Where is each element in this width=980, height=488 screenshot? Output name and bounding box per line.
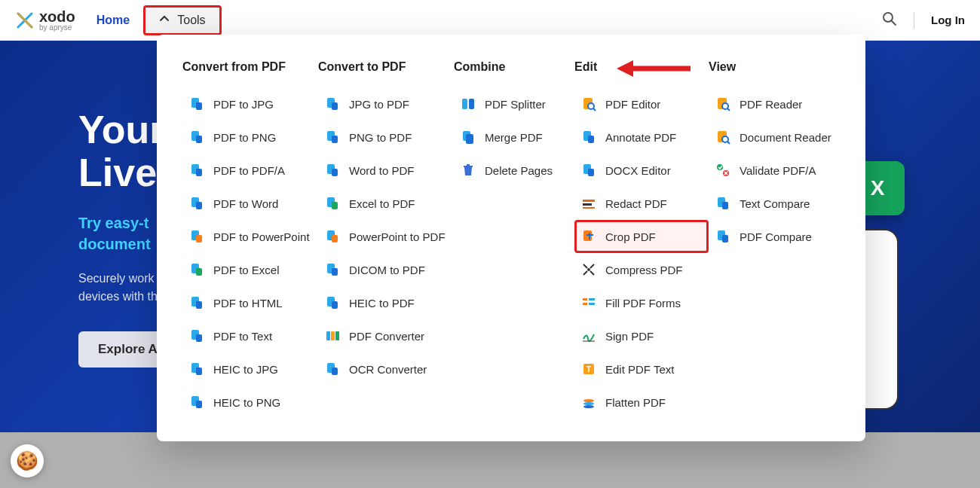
search-orange-icon [715, 96, 730, 111]
flatten-icon [581, 395, 596, 410]
logo-icon [15, 11, 35, 30]
file-blue-icon [325, 262, 340, 277]
svg-point-0 [884, 13, 893, 22]
svg-rect-80 [722, 235, 728, 242]
svg-rect-59 [583, 298, 587, 300]
tool-item-label: DICOM to PDF [349, 264, 425, 276]
tool-item-pdf-to-excel[interactable]: PDF to Excel [182, 253, 318, 286]
divider [914, 12, 914, 29]
tool-item-docx-editor[interactable]: DOCX Editor [574, 154, 709, 187]
tool-item-pdf-reader[interactable]: PDF Reader [709, 87, 843, 120]
svg-rect-62 [589, 303, 595, 305]
nav-tools-button[interactable]: Tools [143, 5, 221, 35]
svg-point-58 [587, 268, 590, 271]
tool-item-word-to-pdf[interactable]: Word to PDF [318, 154, 454, 187]
arrow-callout-icon [617, 57, 692, 83]
tool-item-flatten-pdf[interactable]: Flatten PDF [574, 386, 709, 419]
tool-item-label: Redact PDF [605, 197, 667, 210]
svg-rect-53 [588, 169, 594, 176]
tool-item-pdf-to-powerpoint[interactable]: PDF to PowerPoint [182, 220, 318, 253]
tool-item-png-to-pdf[interactable]: PNG to PDF [318, 120, 454, 154]
tool-item-delete-pages[interactable]: Delete Pages [454, 154, 574, 187]
cookie-settings-button[interactable]: 🍪 [11, 444, 44, 477]
tool-item-pdf-to-word[interactable]: PDF to Word [182, 187, 318, 220]
search-icon[interactable] [882, 11, 897, 29]
svg-rect-51 [588, 136, 594, 143]
tool-item-label: Edit PDF Text [605, 363, 674, 376]
svg-point-67 [583, 402, 594, 405]
tool-item-label: HEIC to PNG [213, 396, 280, 409]
svg-text:T: T [586, 365, 591, 374]
tool-item-heic-to-jpg[interactable]: HEIC to JPG [182, 352, 318, 386]
chevron-up-icon [159, 14, 170, 27]
file-blue-icon [581, 130, 596, 145]
mega-column: EditPDF EditorAnnotate PDFDOCX EditorRed… [574, 60, 709, 419]
tool-item-powerpoint-to-pdf[interactable]: PowerPoint to PDF [318, 220, 454, 253]
svg-rect-9 [196, 202, 202, 209]
logo-tagline: by apryse [39, 24, 75, 32]
tool-item-document-reader[interactable]: Document Reader [709, 120, 843, 154]
svg-point-73 [722, 136, 728, 142]
tool-item-label: PDF Splitter [485, 98, 546, 111]
tool-item-pdf-converter[interactable]: PDF Converter [318, 319, 454, 352]
tool-item-fill-pdf-forms[interactable]: Fill PDF Forms [574, 286, 709, 319]
tool-item-heic-to-pdf[interactable]: HEIC to PDF [318, 286, 454, 319]
tool-item-pdf-splitter[interactable]: PDF Splitter [454, 87, 574, 120]
tool-item-crop-pdf[interactable]: Crop PDF [574, 220, 709, 253]
tool-item-pdf-compare[interactable]: PDF Compare [709, 220, 843, 253]
tool-item-annotate-pdf[interactable]: Annotate PDF [574, 120, 709, 154]
tool-item-ocr-converter[interactable]: OCR Converter [318, 352, 454, 386]
tool-item-pdf-to-png[interactable]: PDF to PNG [182, 120, 318, 154]
svg-rect-37 [331, 331, 335, 340]
merge-icon [461, 130, 476, 145]
tool-item-redact-pdf[interactable]: Redact PDF [574, 187, 709, 220]
tool-item-sign-pdf[interactable]: Sign PDF [574, 319, 709, 352]
svg-rect-21 [196, 401, 202, 408]
svg-rect-5 [196, 136, 202, 143]
tool-item-label: OCR Converter [349, 363, 427, 376]
tool-item-pdf-editor[interactable]: PDF Editor [574, 87, 709, 120]
tool-item-merge-pdf[interactable]: Merge PDF [454, 120, 574, 154]
tool-item-compress-pdf[interactable]: Compress PDF [574, 253, 709, 286]
tool-item-label: Delete Pages [485, 164, 553, 177]
tool-item-heic-to-png[interactable]: HEIC to PNG [182, 386, 318, 419]
tool-item-label: PDF to Text [213, 330, 272, 343]
svg-rect-13 [196, 268, 202, 276]
tool-item-pdf-to-pdf-a[interactable]: PDF to PDF/A [182, 154, 318, 187]
tool-item-label: PDF to PNG [213, 131, 276, 144]
tool-item-label: Validate PDF/A [740, 164, 816, 177]
tool-item-label: Excel to PDF [349, 197, 415, 210]
file-multi-icon [325, 328, 340, 343]
tool-item-label: PDF to Excel [213, 264, 280, 276]
mega-column: CombinePDF SplitterMerge PDFDelete Pages [454, 60, 574, 419]
split-icon [461, 96, 476, 111]
tool-item-text-compare[interactable]: Text Compare [709, 187, 843, 220]
tool-item-pdf-to-jpg[interactable]: PDF to JPG [182, 87, 318, 120]
svg-rect-3 [196, 102, 202, 110]
svg-rect-40 [332, 368, 338, 375]
tool-item-excel-to-pdf[interactable]: Excel to PDF [318, 187, 454, 220]
logo[interactable]: xodo by apryse [15, 9, 75, 32]
svg-line-71 [727, 108, 730, 111]
file-blue-icon [715, 196, 730, 211]
tool-item-jpg-to-pdf[interactable]: JPG to PDF [318, 87, 454, 120]
nav-home[interactable]: Home [96, 14, 130, 27]
login-button[interactable]: Log In [931, 14, 965, 26]
tool-item-label: Merge PDF [485, 131, 543, 144]
tool-item-edit-pdf-text[interactable]: TEdit PDF Text [574, 352, 709, 386]
search-orange-icon [581, 96, 596, 111]
svg-rect-29 [332, 202, 338, 209]
svg-rect-78 [722, 202, 728, 209]
tool-item-pdf-to-text[interactable]: PDF to Text [182, 319, 318, 352]
svg-rect-35 [332, 301, 338, 309]
tool-item-validate-pdf-a[interactable]: Validate PDF/A [709, 154, 843, 187]
file-orange-icon [325, 229, 340, 244]
tool-item-dicom-to-pdf[interactable]: DICOM to PDF [318, 253, 454, 286]
file-blue-icon [325, 163, 340, 178]
tool-item-label: PDF to PDF/A [213, 164, 285, 177]
mega-column-heading: Convert from PDF [182, 60, 318, 74]
file-blue-icon [581, 163, 596, 178]
tool-item-pdf-to-html[interactable]: PDF to HTML [182, 286, 318, 319]
crop-icon [581, 229, 596, 244]
svg-rect-61 [583, 303, 587, 305]
